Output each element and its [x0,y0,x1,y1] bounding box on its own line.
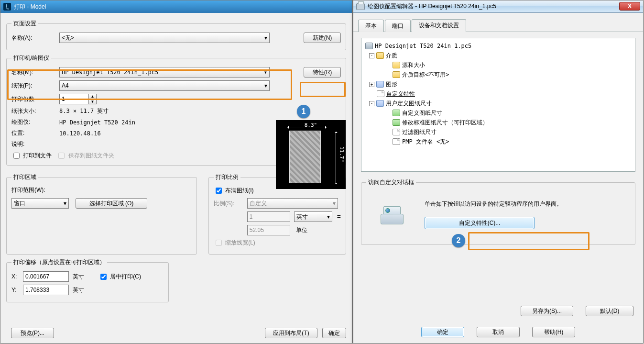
collapse-icon[interactable]: - [369,53,374,58]
print-area-group: 打印区域 打印范围(W): 窗口▾ 选择打印区域 (O) [6,173,197,255]
ratio-label: 比例(S): [214,200,247,208]
size-icon [393,119,400,126]
unit-unit: 单位 [296,226,307,234]
tree-pmp[interactable]: PMP 文件名 <无> [402,137,449,146]
access-custom-group: 访问自定义对话框 单击如下按钮以访问设备的特定驱动程序的用户界面。 自定义特性(… [361,178,635,245]
area-legend: 打印区域 [11,173,38,181]
page-setup-group: 页面设置 名称(A): <无> ▾ 新建(N) [6,20,346,50]
tree-us-filter[interactable]: 过滤图纸尺寸 [402,127,437,137]
usersize-icon [376,100,384,107]
pagesetup-name-combo[interactable]: <无> ▾ [59,33,270,43]
papersize-label: 纸张大小: [11,107,59,115]
tab-basic[interactable]: 基本 [358,20,384,32]
x-label: X: [11,273,23,280]
plotter-config-window: 绘图仪配置编辑器 - HP Designjet T520 24in_1.pc5 … [353,0,644,344]
location-value: 10.120.48.16 [59,130,101,137]
preview-h: 11.7" [338,120,345,189]
save-to-folder-check[interactable]: 保存到图纸文件夹 [56,151,114,160]
folder-icon [393,62,400,68]
print-titlebar[interactable]: lv 打印 - Model [0,0,352,13]
center-print-check[interactable]: 居中打印(C) [98,272,141,281]
tree-root[interactable]: HP Designjet T520 24in_1.pc5 [375,41,471,51]
expand-icon[interactable]: + [369,82,374,87]
copies-input[interactable] [60,94,88,104]
paper-label: 纸张(P): [11,82,59,90]
printer-icon [356,3,365,10]
tab-strip: 基本 端口 设备和文档设置 [353,13,643,32]
folder-icon [376,52,384,59]
print-title: 打印 - Model [14,3,46,11]
scale-unit-combo[interactable]: 英寸▾ [294,211,332,222]
plotter-name2-label: 绘图仪: [11,118,59,126]
badge-2: 2 [452,234,465,247]
x-input[interactable] [23,271,69,282]
help-button[interactable]: 帮助(H) [532,327,575,337]
page-icon [393,138,400,145]
ok-button[interactable]: 确定 [421,327,464,337]
spin-down-icon[interactable]: ▼ [89,100,96,104]
tree-usersizes[interactable]: 用户定义图纸尺寸 [386,99,432,108]
tree-us-custom[interactable]: 自定义图纸尺寸 [402,108,442,118]
tab-port[interactable]: 端口 [385,20,411,32]
scale-linewidth-check[interactable]: 缩放线宽(L) [214,238,255,247]
range-label: 打印范围(W): [11,186,192,194]
copies-spinner[interactable]: ▲▼ [59,94,97,104]
access-legend: 访问自定义对话框 [366,178,416,187]
location-label: 位置: [11,129,59,137]
size-icon [393,110,400,116]
plotter-name-label: 名称(M): [11,68,59,77]
plotter-titlebar[interactable]: 绘图仪配置编辑器 - HP Designjet T520 24in_1.pc5 … [353,0,643,13]
tree-us-mod[interactable]: 修改标准图纸尺寸（可打印区域） [402,118,488,127]
app-icon: lv [3,3,11,11]
page-icon [393,129,400,135]
folder-icon [393,71,400,78]
paper-preview: 8.3" 11.7" [276,120,346,189]
scale-num1[interactable] [247,211,290,222]
collapse-icon[interactable]: - [369,101,374,106]
apply-layout-button[interactable]: 应用到布局(T) [265,328,317,338]
badge-1: 1 [297,105,310,118]
print-dialog-window: lv 打印 - Model 页面设置 名称(A): <无> ▾ 新建(N) 打印… [0,0,353,344]
spin-up-icon[interactable]: ▲ [89,94,96,100]
settings-tree[interactable]: HP Designjet T520 24in_1.pc5 -介质 源和大小 介质… [361,38,635,172]
access-hint: 单击如下按钮以访问设备的特定驱动程序的用户界面。 [425,200,627,208]
pagesetup-name-label: 名称(A): [11,34,59,42]
custom-properties-button[interactable]: 自定义特性(C)... [425,217,535,229]
tree-media-src[interactable]: 源和大小 [402,60,425,70]
tab-device-doc[interactable]: 设备和文档设置 [412,19,466,32]
y-input[interactable] [23,285,69,295]
y-label: Y: [11,287,23,293]
ratio-combo[interactable]: 自定义▾ [247,198,338,209]
new-button[interactable]: 新建(N) [304,33,341,43]
range-combo[interactable]: 窗口▾ [11,198,69,209]
paper-combo[interactable]: A4 ▾ [59,80,270,91]
plotter-graphic-icon [379,203,405,226]
tree-media[interactable]: 介质 [386,51,397,60]
plotter-name2-value: HP Designjet T520 24in [59,119,135,126]
saveas-button[interactable]: 另存为(S)... [521,306,573,316]
preview-button[interactable]: 预览(P)... [11,328,54,338]
scale-legend: 打印比例 [214,173,240,181]
page-icon [377,90,384,97]
desc-label: 说明: [11,140,59,148]
plotter-name-combo[interactable]: HP Designjet T520 24in_1.pc5 ▾ [59,67,270,78]
equals-sign: = [337,213,341,221]
tree-graphics[interactable]: 图形 [386,79,397,89]
print-footer: 预览(P)... 应用到布局(T) 确定 [6,328,346,338]
papersize-value: 8.3 × 11.7 英寸 [59,107,109,115]
default-button[interactable]: 默认(D) [586,306,633,316]
properties-button[interactable]: 特性(R) [304,67,341,78]
tree-custom-props[interactable]: 自定义特性 [386,89,415,99]
tree-media-dest[interactable]: 介质目标<不可用> [402,70,449,79]
plotter-legend: 打印机/绘图仪 [11,54,51,62]
cancel-button[interactable]: 取消 [477,327,520,337]
fit-paper-check[interactable]: 布满图纸(I) [214,186,254,195]
printer-icon [365,43,373,49]
page-setup-legend: 页面设置 [11,20,38,28]
pick-area-button[interactable]: 选择打印区域 (O) [76,198,147,209]
close-icon[interactable]: X [619,2,640,11]
print-to-file-check[interactable]: 打印到文件 [11,151,52,160]
scale-num2[interactable] [247,225,290,235]
y-unit: 英寸 [73,286,84,294]
ok-button-left[interactable]: 确定 [322,328,346,338]
